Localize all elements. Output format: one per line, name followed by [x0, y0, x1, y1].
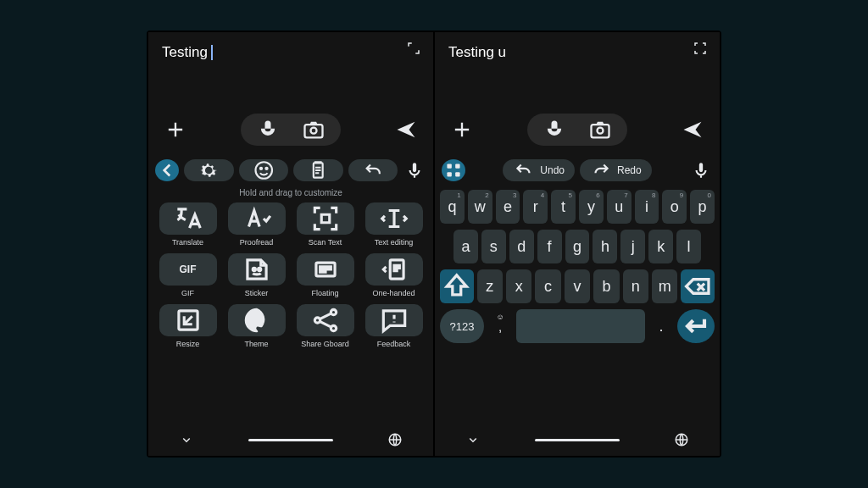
tool-feedback[interactable]: Feedback: [363, 304, 425, 348]
tool-floating[interactable]: Floating: [294, 253, 356, 297]
shift-key[interactable]: [440, 269, 474, 303]
scan-expand-icon[interactable]: [693, 41, 708, 56]
svg-rect-21: [447, 164, 451, 168]
tool-label: Theme: [244, 340, 268, 348]
text-input-area[interactable]: Testing: [148, 32, 433, 107]
key-a[interactable]: a: [453, 230, 478, 263]
enter-key[interactable]: [677, 309, 715, 343]
add-button[interactable]: [450, 118, 474, 141]
globe-icon[interactable]: [674, 432, 689, 447]
redo-label: Redo: [617, 164, 642, 176]
tool-sticker[interactable]: Sticker: [225, 253, 287, 297]
svg-point-7: [253, 268, 255, 270]
key-y[interactable]: 6y: [579, 190, 604, 224]
key-e[interactable]: 3e: [496, 190, 520, 224]
voice-camera-pill: [527, 114, 627, 146]
clipboard-icon[interactable]: [293, 159, 343, 181]
tool-label: GIF: [181, 289, 194, 297]
globe-icon[interactable]: [387, 432, 403, 447]
text-value: Testing u: [448, 44, 506, 61]
svg-point-20: [598, 128, 604, 134]
svg-rect-22: [455, 164, 459, 168]
phone-left-tools-panel: Testing Hold and dra: [148, 32, 433, 456]
tool-onehanded[interactable]: One-handed: [363, 253, 425, 297]
key-c[interactable]: c: [535, 269, 560, 303]
key-z[interactable]: z: [477, 269, 503, 303]
key-d[interactable]: d: [509, 230, 534, 263]
svg-point-16: [331, 309, 336, 314]
key-i[interactable]: 8i: [635, 190, 659, 224]
key-w[interactable]: 2w: [468, 190, 492, 224]
nav-home-indicator[interactable]: [248, 439, 333, 441]
key-v[interactable]: v: [565, 269, 590, 303]
tool-resize[interactable]: Resize: [157, 304, 219, 348]
tool-gif[interactable]: GIF GIF: [157, 253, 219, 297]
qwerty-keyboard: 1q2w3e4r5t6y7u8i9o0p asdfghjkl zxcvbnm ?…: [435, 186, 720, 349]
tool-label: Feedback: [377, 340, 411, 348]
emoji-icon[interactable]: [239, 159, 289, 181]
apps-grid-icon[interactable]: [442, 159, 465, 181]
tool-label: Sticker: [245, 289, 269, 297]
key-s[interactable]: s: [481, 230, 506, 263]
spacebar-key[interactable]: [516, 309, 645, 343]
mic-icon[interactable]: [256, 118, 280, 141]
key-b[interactable]: b: [593, 269, 619, 303]
svg-rect-25: [699, 163, 703, 172]
send-button[interactable]: [394, 118, 418, 141]
tool-theme[interactable]: Theme: [225, 304, 287, 348]
resize-icon: [159, 304, 217, 336]
key-o[interactable]: 9o: [662, 190, 687, 224]
svg-point-14: [260, 316, 264, 319]
tool-translate[interactable]: Translate: [157, 202, 219, 247]
key-m[interactable]: m: [652, 269, 677, 303]
key-j[interactable]: j: [620, 230, 645, 263]
key-u[interactable]: 7u: [607, 190, 632, 224]
send-button[interactable]: [681, 118, 704, 141]
add-button[interactable]: [164, 118, 187, 141]
textedit-icon: [365, 202, 423, 235]
key-p[interactable]: 0p: [690, 190, 715, 224]
svg-rect-19: [592, 125, 609, 137]
camera-icon[interactable]: [302, 118, 326, 141]
key-t[interactable]: 5t: [551, 190, 576, 224]
floating-icon: [297, 253, 354, 286]
tool-label: Scan Text: [309, 238, 342, 247]
key-q[interactable]: 1q: [440, 190, 465, 224]
toolbar-mic-icon[interactable]: [403, 159, 426, 181]
mic-icon[interactable]: [542, 118, 566, 141]
chevron-down-icon[interactable]: [179, 432, 194, 447]
text-input-area[interactable]: Testing u: [435, 32, 720, 107]
key-n[interactable]: n: [623, 269, 648, 303]
svg-rect-24: [455, 172, 459, 176]
key-x[interactable]: x: [506, 269, 531, 303]
expand-icon[interactable]: [406, 41, 421, 56]
comma-key[interactable]: ☺,: [487, 309, 513, 343]
tool-share[interactable]: Share Gboard: [294, 304, 356, 348]
key-l[interactable]: l: [676, 230, 701, 263]
tool-proofread[interactable]: Proofread: [225, 202, 287, 247]
symbols-key[interactable]: ?123: [440, 309, 484, 343]
key-k[interactable]: k: [648, 230, 673, 263]
nav-home-indicator[interactable]: [535, 439, 620, 441]
tool-textedit[interactable]: Text editing: [363, 202, 425, 247]
system-nav-bar: [148, 427, 433, 456]
svg-point-8: [258, 268, 260, 270]
chevron-down-icon[interactable]: [465, 432, 481, 447]
camera-icon[interactable]: [588, 118, 612, 141]
key-h[interactable]: h: [593, 230, 617, 263]
redo-chip[interactable]: Redo: [580, 159, 652, 181]
key-r[interactable]: 4r: [523, 190, 548, 224]
undo-icon[interactable]: [348, 159, 398, 181]
svg-point-13: [255, 312, 259, 315]
backspace-key[interactable]: [681, 269, 715, 303]
svg-rect-6: [413, 163, 416, 172]
back-icon[interactable]: [155, 159, 179, 181]
undo-chip[interactable]: Undo: [503, 159, 575, 181]
gear-icon[interactable]: [184, 159, 234, 181]
period-key[interactable]: .: [648, 309, 674, 343]
text-cursor: [211, 45, 213, 60]
key-g[interactable]: g: [565, 230, 590, 263]
key-f[interactable]: f: [537, 230, 562, 263]
toolbar-mic-icon[interactable]: [689, 159, 713, 181]
tool-scan[interactable]: Scan Text: [294, 202, 356, 247]
